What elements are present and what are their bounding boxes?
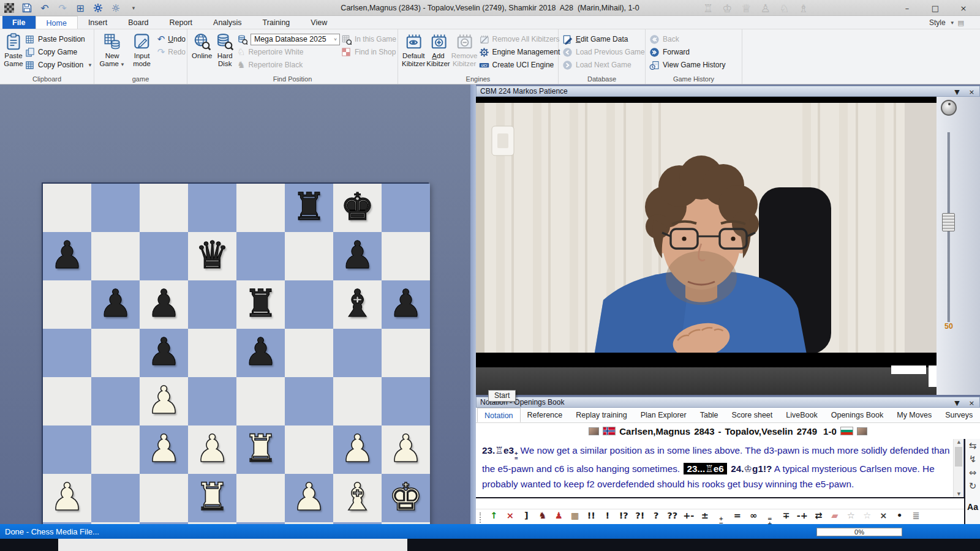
cut-variation-icon[interactable]: ×: [502, 511, 519, 520]
star-outline-icon[interactable]: ☆: [843, 511, 859, 520]
copy-line-icon[interactable]: ⇆: [969, 441, 977, 451]
sym-mistake[interactable]: ?: [648, 511, 665, 520]
square-g5[interactable]: [333, 329, 382, 377]
video-frame[interactable]: [476, 97, 937, 367]
undo-button[interactable]: ↶Undo: [157, 34, 186, 45]
save-icon[interactable]: [21, 2, 32, 13]
panel-close-icon[interactable]: ×: [969, 399, 974, 407]
square-c5[interactable]: ♟: [140, 329, 188, 377]
square-a4[interactable]: [43, 377, 91, 425]
minimize-button[interactable]: –: [893, 0, 921, 16]
scrollbar-thumb[interactable]: [955, 447, 962, 467]
square-b3[interactable]: [91, 425, 140, 474]
panel-menu-icon[interactable]: ▼: [954, 88, 959, 96]
black-player-name[interactable]: Topalov,Veselin: [725, 426, 793, 437]
online-button[interactable]: Online: [191, 32, 213, 74]
square-b8[interactable]: [91, 184, 140, 232]
square-d8[interactable]: [188, 184, 236, 232]
load-previous-game-button[interactable]: Load Previous Game: [562, 47, 645, 58]
square-e5[interactable]: ♟: [236, 329, 285, 377]
font-button[interactable]: Aa: [967, 502, 978, 512]
record-media-icon[interactable]: ≣: [908, 511, 924, 520]
square-b5[interactable]: [91, 329, 140, 377]
square-f7[interactable]: [285, 232, 333, 280]
sym-equal[interactable]: =: [729, 511, 746, 520]
tab-plan-explorer[interactable]: Plan Explorer: [634, 408, 693, 422]
load-next-game-button[interactable]: Load Next Game: [562, 59, 645, 70]
copy-position-button[interactable]: Copy Position▼: [24, 59, 92, 70]
sym-interesting[interactable]: !?: [616, 511, 632, 520]
promote-variation-icon[interactable]: ↑: [486, 511, 502, 520]
add-kibitzer-button[interactable]: Add Kibitzer: [426, 32, 450, 74]
history-forward-button[interactable]: Forward: [649, 47, 725, 58]
square-c2[interactable]: [140, 474, 188, 522]
square-b2[interactable]: [91, 474, 140, 522]
history-back-button[interactable]: Back: [649, 34, 725, 45]
sym-black-better[interactable]: ∓: [778, 511, 794, 520]
redo-button[interactable]: ↷Redo: [157, 47, 186, 58]
sym-black-winning[interactable]: -+: [794, 511, 811, 520]
square-f4[interactable]: [285, 377, 333, 425]
delete-annotations-icon[interactable]: ×: [875, 511, 892, 520]
lamp-icon[interactable]: ☼: [110, 2, 121, 13]
square-g2[interactable]: ♝: [333, 474, 382, 522]
paste-position-button[interactable]: Paste Position: [24, 34, 92, 45]
repertoire-white-button[interactable]: ♘Repertoire White: [237, 47, 340, 58]
square-h5[interactable]: [382, 329, 430, 377]
video-panel-titlebar[interactable]: CBM 224 Markos Patience ▼×: [476, 86, 980, 97]
square-g3[interactable]: ♟: [333, 425, 382, 474]
redo-icon[interactable]: ↷: [57, 2, 68, 13]
square-b4[interactable]: [91, 377, 140, 425]
square-a5[interactable]: [43, 329, 91, 377]
scroll-up-icon[interactable]: ▲: [954, 440, 964, 444]
tab-notation[interactable]: Notation: [477, 408, 521, 422]
square-h3[interactable]: ♟: [382, 425, 430, 474]
create-uci-engine-button[interactable]: UCICreate UCI Engine: [479, 59, 560, 70]
current-move[interactable]: 23...♖e6: [684, 463, 727, 474]
square-f6[interactable]: [285, 280, 333, 329]
tab-insert[interactable]: Insert: [78, 16, 118, 29]
sym-unclear[interactable]: ∞: [745, 511, 762, 520]
notation-scrollbar[interactable]: ▲ ▼: [953, 439, 963, 497]
square-f5[interactable]: [285, 329, 333, 377]
tab-reference[interactable]: Reference: [521, 408, 570, 422]
square-d2[interactable]: ♜: [188, 474, 236, 522]
toolbar-grip[interactable]: [480, 512, 481, 523]
square-d7[interactable]: ♛: [188, 232, 236, 280]
refresh-icon[interactable]: ↻: [969, 481, 977, 492]
square-d6[interactable]: [188, 280, 236, 329]
square-e2[interactable]: [236, 474, 285, 522]
sym-very-good[interactable]: !!: [583, 511, 600, 520]
layout-icon[interactable]: ⊞: [75, 2, 86, 13]
notation-panel-titlebar[interactable]: Notation - Openings Book ▼×: [476, 397, 980, 408]
view-game-history-button[interactable]: View Game History: [649, 59, 725, 70]
tab-report[interactable]: Report: [159, 16, 203, 29]
spiral-icon[interactable]: ↯: [969, 454, 977, 465]
square-a2[interactable]: ♟: [43, 474, 91, 522]
undo-icon[interactable]: ↶: [39, 2, 50, 13]
square-c8[interactable]: [140, 184, 188, 232]
new-game-button[interactable]: New Game▼: [98, 32, 126, 74]
panel-close-icon[interactable]: ×: [969, 88, 974, 96]
square-c4[interactable]: ♟: [140, 377, 188, 425]
notation-text[interactable]: 23.♖e3+=We now get a similar position as…: [476, 439, 953, 497]
square-f2[interactable]: ♟: [285, 474, 333, 522]
square-a8[interactable]: [43, 184, 91, 232]
tab-home[interactable]: Home: [36, 16, 78, 29]
tab-table[interactable]: Table: [693, 408, 725, 422]
square-h4[interactable]: [382, 377, 430, 425]
sym-blunder[interactable]: ??: [665, 511, 681, 520]
paste-game-button[interactable]: Paste Game: [4, 32, 23, 74]
panel-splitter[interactable]: [470, 84, 476, 524]
square-e4[interactable]: [236, 377, 285, 425]
square-d5[interactable]: [188, 329, 236, 377]
square-f3[interactable]: [285, 425, 333, 474]
volume-knob[interactable]: [941, 100, 957, 116]
square-c7[interactable]: [140, 232, 188, 280]
tab-score-sheet[interactable]: Score sheet: [725, 408, 780, 422]
square-h6[interactable]: ♟: [382, 280, 430, 329]
find-in-shop-button[interactable]: Find in Shop: [341, 47, 396, 58]
square-c6[interactable]: ♟: [140, 280, 188, 329]
move-text[interactable]: 24.♔g1!?: [731, 463, 772, 474]
square-b6[interactable]: ♟: [91, 280, 140, 329]
